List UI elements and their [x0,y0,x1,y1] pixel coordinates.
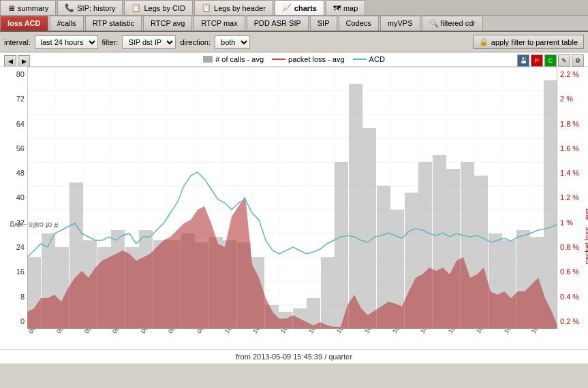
x-label-18: 10 14:15 [530,329,549,335]
y-axis-right: 2.2 % 2 % 1.8 % 1.6 % 1.4 % 1.2 % 1 % 0.… [557,67,588,329]
tab-charts[interactable]: 📈 charts [275,0,324,15]
chart-area: # of calls - avg 80 72 64 56 48 40 32 24… [0,67,588,349]
settings-button[interactable]: ⚙ [572,54,584,67]
prev-button[interactable]: ◀ [4,55,16,67]
tab-calls[interactable]: #calls [50,16,84,31]
svg-rect-53 [321,257,335,329]
tab-myvps-label: myVPS [388,19,413,27]
tab-rtcp-max-label: RTCP max [201,19,237,27]
tab-loss-acd-label: loss ACD [7,19,41,27]
x-label-13: 10 08:00 [391,329,410,335]
legs-by-cid-icon: 📋 [131,3,141,12]
edit-button[interactable]: ✎ [558,54,570,67]
x-label-10: 10 04:15 [307,329,326,335]
x-label-0: 09 15:45 [27,329,46,335]
svg-rect-69 [544,80,557,329]
save-button[interactable]: 💾 [517,54,529,67]
tab-charts-label: charts [294,4,317,12]
apply-filter-label: apply filter to parrent table [491,38,578,46]
direction-label: direction: [180,38,211,46]
x-label-4: 09 20:45 [140,329,159,335]
svg-rect-54 [335,162,348,329]
tab-map[interactable]: 🗺 map [326,0,365,15]
tab-summary-label: summary [18,4,48,12]
tab-codecs[interactable]: Codecs [339,16,379,31]
direction-select[interactable]: both [215,35,250,49]
chart-legend: ◀ ▶ # of calls - avg packet loss - avg A… [0,52,588,67]
filtered-cdr-icon: 🔍 [429,19,439,27]
tab-loss-acd[interactable]: loss ACD [0,16,48,31]
x-label-6: 09 23:15 [196,329,215,335]
y-right-axis-label: packet loss - avg [583,208,588,265]
controls-row: interval: last 24 hours filter: SIP dst … [0,32,588,52]
tab-sip-history[interactable]: 📞 SIP: history [57,0,123,15]
x-label-15: 10 10:30 [447,329,466,335]
chart-container: ◀ ▶ # of calls - avg packet loss - avg A… [0,52,588,363]
tab-summary[interactable]: 🖥 summary [0,0,56,15]
tab-pdd-asr-sip[interactable]: PDD ASR SIP [247,16,309,31]
x-label-8: 10 01:45 [251,329,270,335]
sip-history-icon: 📞 [65,3,74,12]
tab-filtered-cdr-label: filtered cdr [441,19,476,27]
x-label-17: 10 13:00 [503,329,522,335]
x-label-2: 09 18:15 [83,329,102,335]
tab-pdd-asr-sip-label: PDD ASR SIP [254,19,301,27]
legend-packet-loss-label: packet loss - avg [288,55,345,63]
legend-calls-label: # of calls - avg [215,55,264,63]
filter-select[interactable]: SIP dst IP [122,35,176,49]
x-label-3: 09 19:30 [111,329,130,335]
filter-label: filter: [102,38,119,46]
tab-legs-by-header[interactable]: 📋 Legs by header [194,0,273,15]
map-icon: 🗺 [333,4,341,12]
legend-acd: ACD [353,55,385,63]
tab-rtcp-max[interactable]: RTCP max [194,16,245,31]
chart-footer: from 2013-05-09 15:45:39 / quarter [0,349,588,363]
tab-codecs-label: Codecs [346,19,371,27]
tab-rtcp-avg-label: RTCP avg [151,19,185,27]
tab-rtp-statistic[interactable]: RTP statistic [85,16,142,31]
tab-legs-by-cid[interactable]: 📋 Legs by CID [124,0,193,15]
chart-footer-text: from 2013-05-09 15:45:39 / quarter [236,353,352,361]
x-label-12: 10 06:45 [363,329,382,335]
tab-myvps[interactable]: myVPS [380,16,420,31]
x-label-1: 09 17:00 [55,329,74,335]
x-axis-labels: 09 15:45 09 17:00 09 18:15 09 19:30 09 2… [27,329,557,349]
x-label-14: 10 09:15 [419,329,438,335]
tab-sip[interactable]: SIP [310,16,337,31]
lock-icon: 🔒 [479,37,489,46]
legend-calls: # of calls - avg [203,55,264,63]
tab-sip-label: SIP [318,19,330,27]
top-tab-bar: 🖥 summary 📞 SIP: history 📋 Legs by CID 📋… [0,0,588,16]
legend-packet-loss: packet loss - avg [272,55,345,63]
second-tab-bar: loss ACD #calls RTP statistic RTCP avg R… [0,16,588,32]
tab-legs-by-header-label: Legs by header [214,4,266,12]
charts-icon: 📈 [282,3,292,12]
x-label-11: 10 05:30 [335,329,354,335]
apply-filter-button[interactable]: 🔒 apply filter to parrent table [473,35,584,49]
tab-rtcp-avg[interactable]: RTCP avg [143,16,192,31]
summary-icon: 🖥 [7,4,15,12]
legend-packet-loss-line [272,59,285,60]
export-png-button[interactable]: P [531,54,543,67]
tab-map-label: map [343,4,358,12]
tab-legs-by-cid-label: Legs by CID [144,4,185,12]
x-label-5: 09 22:00 [167,329,186,335]
tab-filtered-cdr[interactable]: 🔍 filtered cdr [422,16,483,31]
svg-rect-55 [349,84,362,329]
next-button[interactable]: ▶ [18,55,30,67]
tab-calls-label: #calls [57,19,76,27]
legend-acd-line [353,59,367,60]
y-left-axis-label: # of calls - avg [3,221,65,229]
x-label-9: 10 03:00 [279,329,298,335]
interval-label: interval: [4,38,31,46]
x-label-7: 10 00:30 [223,329,243,335]
main-chart-svg [27,67,557,329]
legend-acd-label: ACD [369,55,385,63]
legend-calls-box [203,56,213,63]
legs-by-header-icon: 📋 [202,3,211,12]
tab-rtp-statistic-label: RTP statistic [93,19,134,27]
x-label-16: 10 11:46 [475,329,494,335]
svg-rect-56 [362,128,376,329]
interval-select[interactable]: last 24 hours [35,35,98,49]
export-csv-button[interactable]: C [544,54,557,67]
